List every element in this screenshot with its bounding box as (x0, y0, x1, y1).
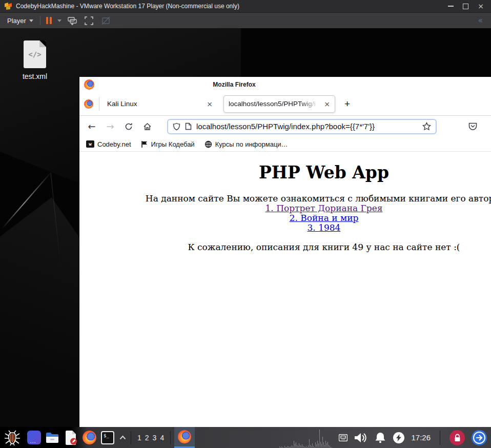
bookmark-star-icon[interactable] (422, 122, 431, 131)
power-manager-icon[interactable] (393, 432, 404, 443)
player-menu-button[interactable]: Player (5, 16, 35, 26)
volume-icon[interactable] (354, 432, 367, 443)
folder-icon (45, 432, 59, 444)
codeby-logo-icon: w (86, 140, 94, 148)
terminal-launcher-button[interactable]: $_ (99, 427, 116, 448)
pause-icon (46, 17, 48, 24)
arrow-right-circle-icon (472, 430, 487, 445)
taskbar-divider (131, 431, 131, 444)
bookmark-kursy[interactable]: Курсы по информаци… (204, 140, 288, 148)
bookmark-label: Курсы по информаци… (215, 140, 288, 148)
close-button[interactable]: × (478, 3, 484, 10)
url-bar[interactable]: localhost/lesson5/PHPTwig/index.php?book… (167, 119, 437, 134)
network-connection-icon[interactable] (339, 434, 347, 441)
kali-desktop: </> test.xml Mozilla Firefox Kali Linux … (0, 28, 491, 427)
new-tab-button[interactable]: + (341, 98, 353, 110)
tab-label: localhost/lesson5/PHPTwig/i (229, 100, 321, 108)
bookmark-label: Codeby.net (97, 140, 131, 148)
code-glyph: </> (28, 50, 41, 58)
app-grid-icon: ... (27, 431, 41, 444)
clock[interactable]: 17:26 (411, 433, 431, 442)
firefox-logo-icon (83, 431, 96, 444)
pocket-icon[interactable] (468, 121, 478, 131)
page-info-icon[interactable] (185, 123, 192, 130)
close-tab-icon[interactable]: × (207, 100, 213, 108)
book-link-1[interactable]: 1. Портрет Дориана Грея (79, 203, 491, 213)
workspace-3[interactable]: 3 (153, 434, 157, 442)
book-link-2[interactable]: 2. Война и мир (79, 213, 491, 223)
collapse-toolbar-button[interactable]: « (478, 16, 486, 25)
firefox-window-title: Mozilla Firefox (213, 81, 255, 88)
web-page-content: PHP Web App На данном сайте Вы можете оз… (79, 152, 491, 427)
firefox-launcher-button[interactable] (80, 427, 98, 448)
bookmark-codeby[interactable]: w Codeby.net (86, 140, 131, 148)
workspace-2[interactable]: 2 (145, 434, 149, 442)
home-button[interactable] (138, 118, 156, 135)
desktop-file-test-xml[interactable]: </> test.xml (19, 40, 50, 80)
bookmark-igry-codebay[interactable]: Игры Кодебай (141, 140, 195, 148)
chevron-up-icon (119, 435, 126, 440)
unity-mode-button (100, 15, 112, 26)
reload-button[interactable] (119, 118, 138, 135)
tab-localhost-active[interactable]: localhost/lesson5/PHPTwig/i × (223, 95, 335, 113)
firefox-logo-icon (178, 430, 191, 443)
book-link-3[interactable]: 3. 1984 (79, 223, 491, 233)
suspend-options-chevron-icon[interactable] (57, 19, 62, 22)
text-editor-icon (64, 431, 77, 445)
workspace-switcher[interactable]: 1 2 3 4 (134, 434, 168, 442)
terminal-icon: $_ (101, 431, 114, 444)
send-ctrl-alt-del-button[interactable] (66, 15, 78, 26)
flag-icon (141, 140, 148, 148)
intro-text: На данном сайте Вы можете ознакомиться с… (79, 194, 491, 203)
firefox-window-taskbar-button[interactable] (174, 427, 195, 448)
applications-menu-button[interactable] (0, 427, 25, 448)
globe-icon (204, 140, 212, 148)
bookmarks-toolbar: w Codeby.net Игры Кодебай (79, 137, 491, 152)
not-found-message: К сожалению, описания для книги 49 у нас… (79, 242, 491, 252)
url-input[interactable]: localhost/lesson5/PHPTwig/index.php?book… (196, 122, 418, 131)
workspace-1[interactable]: 1 (137, 434, 141, 442)
text-editor-button[interactable] (62, 427, 79, 448)
workspace-4[interactable]: 4 (160, 434, 164, 442)
xml-file-icon: </> (24, 40, 46, 68)
firefox-titlebar[interactable]: Mozilla Firefox (79, 77, 491, 92)
logout-button[interactable] (472, 430, 487, 445)
minimize-button[interactable] (448, 6, 454, 7)
tab-divider (99, 97, 99, 111)
taskbar-divider (440, 431, 440, 445)
tab-kali-linux[interactable]: Kali Linux × (105, 92, 219, 116)
vmware-window-controls: × (448, 3, 487, 10)
show-more-launchers-button[interactable] (117, 427, 128, 448)
firefox-logo-icon (84, 99, 93, 109)
firefox-tab-bar: Kali Linux × localhost/lesson5/PHPTwig/i… (79, 92, 491, 116)
kali-dragon-icon (4, 430, 21, 446)
kali-taskbar: ... $_ (0, 427, 491, 448)
fullscreen-button[interactable] (83, 15, 95, 26)
page-title: PHP Web App (79, 163, 491, 182)
firefox-nav-toolbar: ← → (79, 116, 491, 137)
vm-screen: CodebyHackMashine - VMware Workstation 1… (0, 0, 491, 448)
vmware-window-title: CodebyHackMashine - VMware Workstation 1… (16, 3, 239, 10)
network-graph (279, 427, 334, 448)
maximize-button[interactable] (463, 4, 468, 9)
firefox-window: Mozilla Firefox Kali Linux × localhost/l… (79, 77, 491, 427)
back-button[interactable]: ← (83, 118, 101, 135)
shield-icon[interactable] (173, 123, 180, 131)
firefox-logo-icon (84, 79, 94, 90)
lock-screen-button[interactable] (449, 430, 465, 445)
launcher-app-button[interactable]: ... (25, 427, 43, 448)
close-tab-icon[interactable]: × (324, 100, 330, 108)
system-tray: 17:26 (334, 430, 491, 445)
vmware-player-logo-icon (4, 2, 12, 10)
suspend-vm-button[interactable] (45, 16, 53, 25)
desktop-file-label: test.xml (19, 72, 50, 80)
lock-icon (454, 434, 461, 442)
vmware-titlebar: CodebyHackMashine - VMware Workstation 1… (0, 0, 491, 13)
vmware-toolbar: Player « (0, 13, 491, 28)
file-manager-button[interactable] (44, 427, 61, 448)
tab-label: Kali Linux (107, 100, 203, 108)
forward-button: → (101, 118, 119, 135)
notifications-bell-icon[interactable] (374, 432, 386, 444)
taskbar-divider (170, 431, 171, 444)
bookmark-label: Игры Кодебай (151, 140, 195, 148)
